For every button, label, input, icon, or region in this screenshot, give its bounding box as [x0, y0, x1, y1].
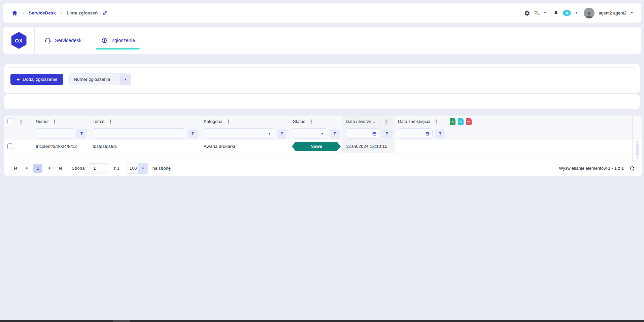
filter-cell-temat — [89, 127, 200, 140]
scroll-down-icon[interactable]: ▼ — [636, 157, 639, 159]
logo-hexagon: OX — [11, 32, 27, 49]
filter-input-temat[interactable] — [93, 129, 185, 138]
export-pdf-icon[interactable]: PDF — [466, 118, 472, 125]
home-icon[interactable] — [11, 10, 18, 16]
page-label: Strona — [72, 166, 84, 171]
column-menu-icon[interactable]: ⋮ — [225, 119, 232, 124]
status-badge: Nowe — [292, 142, 341, 151]
chevron-down-icon: ▼ — [120, 74, 131, 85]
filter-empty-cell — [448, 127, 632, 140]
column-menu-icon[interactable]: ⋮ — [308, 119, 314, 124]
filter-date-utworzenia[interactable] — [346, 129, 370, 138]
filter-cell-data-zamkniecia — [395, 127, 448, 140]
vertical-scrollbar[interactable]: ▲ ▼ — [633, 140, 642, 160]
column-label: Data zamknięcia — [398, 119, 430, 124]
cell-data-zamkniecia[interactable] — [395, 140, 448, 153]
refresh-icon[interactable] — [629, 165, 635, 171]
page-number-button[interactable]: 1 — [33, 164, 42, 173]
tab-zgloszenia[interactable]: Zgłoszenia — [91, 27, 144, 54]
quick-filter-select[interactable]: Numer zgłoszenia ▼ — [69, 73, 131, 85]
notification-count-badge[interactable]: 0 — [563, 10, 571, 16]
copy-link-icon[interactable] — [101, 9, 109, 17]
language-selector[interactable]: PL — [534, 10, 540, 15]
breadcrumb-link-servicedesk[interactable]: ServiceDesk — [29, 10, 56, 15]
horizontal-scrollbar[interactable] — [0, 320, 644, 322]
cell-data-utworzenia[interactable]: 12.08.2024 12:10:15 — [342, 140, 395, 153]
first-page-button[interactable] — [11, 164, 19, 172]
column-header-temat[interactable]: Temat ⋮ — [89, 116, 200, 127]
table-row[interactable]: Incident/3/2024/8/12 fdsfdsfdsfds Awaria… — [4, 140, 642, 153]
row-checkbox[interactable] — [7, 143, 13, 149]
notification-caret-icon[interactable]: ▼ — [575, 11, 578, 14]
top-bar: › ServiceDesk › Lista zgłoszeń PL ▼ 0 ▼ … — [3, 3, 641, 23]
column-menu-icon[interactable]: ⋮ — [18, 119, 24, 124]
select-all-checkbox[interactable] — [7, 119, 13, 124]
calendar-icon[interactable] — [370, 131, 379, 136]
sort-desc-icon[interactable]: ↓ — [378, 119, 380, 124]
column-header-status[interactable]: Status ⋮ — [290, 116, 342, 127]
app-logo[interactable]: OX — [3, 27, 35, 54]
chevron-down-icon[interactable]: ▼ — [265, 132, 274, 135]
filter-input-numer[interactable] — [36, 129, 74, 138]
export-excel-icon[interactable]: X — [450, 118, 455, 125]
column-header-kategoria[interactable]: Kategoria ⋮ — [200, 116, 290, 127]
page-size-select[interactable]: 100 ▼ — [127, 163, 148, 174]
chevron-down-icon[interactable]: ▼ — [317, 132, 327, 135]
toolbar-separator — [66, 75, 66, 84]
next-page-button[interactable] — [45, 164, 54, 172]
cell-kategoria[interactable]: Awaria drukarki — [200, 140, 290, 153]
per-page-label: na stronę — [152, 166, 171, 171]
column-header-data-utworzenia[interactable]: Data utworze... ↓ ⋮ — [342, 116, 395, 127]
cell-status[interactable]: Nowe — [290, 140, 342, 153]
funnel-filter-icon[interactable] — [76, 129, 87, 139]
filter-cell-kategoria: ▼ — [200, 127, 290, 140]
column-label: Numer — [36, 119, 49, 124]
active-tab-indicator — [96, 48, 140, 50]
scrollbar-thumb[interactable] — [636, 144, 639, 156]
user-avatar[interactable] — [584, 8, 595, 19]
toolbar-divider — [9, 67, 635, 68]
filter-date-zamkniecia[interactable] — [398, 129, 423, 138]
export-excel-alt-icon[interactable]: X — [458, 118, 464, 125]
column-label: Kategoria — [204, 119, 223, 124]
cell-numer[interactable]: Incident/3/2024/8/12 — [32, 140, 89, 153]
pager-bar: 1 Strona z 1 100 ▼ na stronę Wyświetlani… — [4, 161, 642, 176]
bulk-action-bar — [4, 94, 640, 109]
cell-temat[interactable]: fdsfdsfdsfds — [89, 140, 200, 153]
column-header-data-zamkniecia[interactable]: Data zamknięcia ⋮ — [395, 116, 448, 127]
funnel-filter-icon[interactable] — [382, 129, 392, 139]
select-all-cell: ⋮ — [4, 116, 32, 127]
quick-filter-value: Numer zgłoszenia — [70, 77, 120, 82]
add-ticket-button[interactable]: + Dodaj zgłoszenie — [10, 74, 63, 85]
calendar-icon[interactable] — [423, 131, 432, 136]
last-page-button[interactable] — [57, 164, 65, 172]
notifications-bell-icon[interactable] — [553, 10, 559, 16]
filter-cell-numer — [32, 127, 89, 140]
column-menu-icon[interactable]: ⋮ — [52, 119, 58, 124]
tab-servicedesk[interactable]: Servicedesk — [35, 27, 91, 54]
grid-header-row: ⋮ Numer ⋮ Temat ⋮ Kategoria ⋮ Status ⋮ D… — [4, 116, 642, 127]
settings-gear-icon[interactable] — [524, 10, 530, 16]
grid-filter-row: ▼ ▼ — [4, 127, 642, 140]
horizontal-scrollbar-thumb[interactable] — [113, 320, 130, 322]
funnel-filter-icon[interactable] — [435, 129, 445, 139]
add-ticket-button-label: Dodaj zgłoszenie — [23, 77, 57, 82]
previous-page-button[interactable] — [22, 164, 30, 172]
column-menu-icon[interactable]: ⋮ — [383, 119, 389, 124]
column-menu-icon[interactable]: ⋮ — [433, 119, 439, 124]
breadcrumb-current-page: Lista zgłoszeń — [67, 10, 98, 15]
user-menu-caret-icon[interactable]: ▼ — [631, 11, 633, 14]
breadcrumb: › ServiceDesk › Lista zgłoszeń — [11, 10, 108, 16]
filter-select-status[interactable] — [293, 129, 317, 138]
scroll-up-icon[interactable]: ▲ — [636, 141, 639, 143]
toolbar-card: + Dodaj zgłoszenie Numer zgłoszenia ▼ — [4, 64, 640, 93]
filter-select-kategoria[interactable] — [204, 129, 265, 138]
language-caret-icon[interactable]: ▼ — [544, 11, 546, 14]
cell-empty — [448, 140, 632, 153]
funnel-filter-icon[interactable] — [188, 129, 198, 139]
funnel-filter-icon[interactable] — [330, 129, 340, 139]
column-header-numer[interactable]: Numer ⋮ — [32, 116, 89, 127]
funnel-filter-icon[interactable] — [277, 129, 287, 139]
column-menu-icon[interactable]: ⋮ — [107, 119, 113, 124]
page-number-input[interactable] — [89, 163, 109, 173]
